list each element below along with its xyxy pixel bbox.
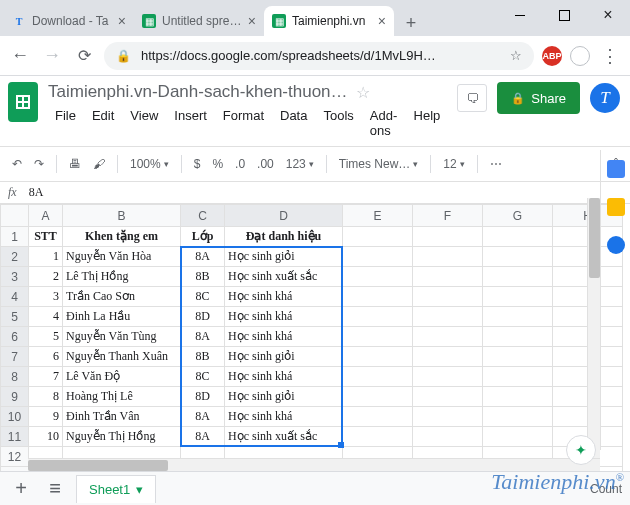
menu-add-ons[interactable]: Add-ons [363, 104, 405, 142]
abp-extension-icon[interactable]: ABP [542, 46, 562, 66]
col-header-G[interactable]: G [483, 205, 553, 227]
cell[interactable]: Đinh La Hầu [63, 307, 181, 327]
cell[interactable]: STT [29, 227, 63, 247]
cell[interactable]: Học sinh giỏi [225, 387, 343, 407]
cell[interactable] [343, 427, 413, 447]
cell[interactable] [483, 387, 553, 407]
menu-view[interactable]: View [123, 104, 165, 142]
sheets-logo-icon[interactable] [8, 82, 38, 122]
cell[interactable]: Học sinh khá [225, 307, 343, 327]
chevron-down-icon[interactable]: ▾ [136, 482, 143, 497]
cell[interactable] [413, 247, 483, 267]
menu-insert[interactable]: Insert [167, 104, 214, 142]
nav-forward-icon[interactable]: → [40, 45, 64, 66]
row-header[interactable]: 11 [1, 427, 29, 447]
cell[interactable]: Hoàng Thị Lê [63, 387, 181, 407]
cell[interactable] [343, 327, 413, 347]
cell[interactable] [413, 227, 483, 247]
cell[interactable] [483, 407, 553, 427]
cell[interactable] [343, 247, 413, 267]
window-maximize-button[interactable] [542, 0, 586, 30]
cell[interactable]: Học sinh xuất sắc [225, 267, 343, 287]
col-header-A[interactable]: A [29, 205, 63, 227]
cell[interactable]: 1 [29, 247, 63, 267]
new-tab-button[interactable]: + [398, 10, 424, 36]
close-icon[interactable]: × [118, 14, 126, 28]
bookmark-star-icon[interactable]: ☆ [510, 48, 522, 63]
menu-help[interactable]: Help [407, 104, 448, 142]
cell[interactable] [483, 247, 553, 267]
col-header-F[interactable]: F [413, 205, 483, 227]
url-input[interactable] [139, 47, 502, 64]
cell[interactable] [343, 407, 413, 427]
cell[interactable] [413, 407, 483, 427]
menu-format[interactable]: Format [216, 104, 271, 142]
col-header-B[interactable]: B [63, 205, 181, 227]
address-bar[interactable]: 🔒 ☆ [104, 42, 534, 70]
formula-value[interactable]: 8A [29, 185, 44, 200]
calendar-addon-icon[interactable] [607, 160, 625, 178]
row-header[interactable]: 4 [1, 287, 29, 307]
keep-addon-icon[interactable] [607, 198, 625, 216]
cell[interactable] [343, 367, 413, 387]
decrease-decimal-button[interactable]: .0 [231, 153, 249, 175]
account-avatar[interactable]: T [590, 83, 620, 113]
cell[interactable] [343, 387, 413, 407]
doc-title[interactable]: Taimienphi.vn-Danh-sach-khen-thuong-ho..… [48, 82, 348, 102]
undo-button[interactable]: ↶ [8, 153, 26, 175]
cell[interactable] [483, 287, 553, 307]
share-button[interactable]: 🔒 Share [497, 82, 580, 114]
row-header[interactable]: 6 [1, 327, 29, 347]
cell[interactable] [483, 347, 553, 367]
cell[interactable]: 5 [29, 327, 63, 347]
tasks-addon-icon[interactable] [607, 236, 625, 254]
cell[interactable]: Học sinh khá [225, 367, 343, 387]
cell[interactable]: 4 [29, 307, 63, 327]
row-header[interactable]: 9 [1, 387, 29, 407]
paint-format-button[interactable]: 🖌 [89, 153, 109, 175]
cell[interactable] [413, 287, 483, 307]
cell[interactable]: Trần Cao Sơn [63, 287, 181, 307]
cell[interactable]: Khen tặng em [63, 227, 181, 247]
cell[interactable]: 8C [181, 367, 225, 387]
menu-tools[interactable]: Tools [316, 104, 360, 142]
cell[interactable]: 3 [29, 287, 63, 307]
all-sheets-button[interactable]: ≡ [42, 477, 68, 500]
number-format-selector[interactable]: 123▾ [282, 153, 318, 175]
browser-tab-1[interactable]: ▦ Untitled spread × [134, 6, 264, 36]
close-icon[interactable]: × [248, 14, 256, 28]
comments-button[interactable]: 🗨 [457, 84, 487, 112]
cell[interactable]: 7 [29, 367, 63, 387]
row-header[interactable]: 1 [1, 227, 29, 247]
spreadsheet-grid[interactable]: ABCDEFGH1STTKhen tặng emLớpĐạt danh hiệu… [0, 204, 623, 500]
cell[interactable]: Nguyễn Văn Tùng [63, 327, 181, 347]
increase-decimal-button[interactable]: .00 [253, 153, 278, 175]
menu-edit[interactable]: Edit [85, 104, 121, 142]
cell[interactable] [483, 327, 553, 347]
row-header[interactable]: 12 [1, 447, 29, 467]
cell[interactable] [343, 347, 413, 367]
cell[interactable]: 8 [29, 387, 63, 407]
cell[interactable]: Học sinh giỏi [225, 247, 343, 267]
print-button[interactable]: 🖶 [65, 153, 85, 175]
cell[interactable]: Nguyễn Thị Hồng [63, 427, 181, 447]
cell[interactable]: Học sinh xuất sắc [225, 427, 343, 447]
horizontal-scrollbar[interactable] [28, 458, 600, 471]
cell[interactable] [413, 427, 483, 447]
row-header[interactable]: 7 [1, 347, 29, 367]
cell[interactable]: Lê Thị Hồng [63, 267, 181, 287]
cell[interactable]: Đinh Trần Vân [63, 407, 181, 427]
browser-tab-2[interactable]: ▦ Taimienphi.vn × [264, 6, 394, 36]
cell[interactable] [413, 267, 483, 287]
row-header[interactable]: 10 [1, 407, 29, 427]
profile-icon[interactable] [570, 46, 590, 66]
col-header-E[interactable]: E [343, 205, 413, 227]
window-close-button[interactable]: × [586, 0, 630, 30]
menu-file[interactable]: File [48, 104, 83, 142]
row-header[interactable]: 5 [1, 307, 29, 327]
close-icon[interactable]: × [378, 14, 386, 28]
cell[interactable]: 2 [29, 267, 63, 287]
cell[interactable] [413, 347, 483, 367]
cell[interactable] [483, 307, 553, 327]
vertical-scrollbar[interactable] [587, 198, 600, 458]
